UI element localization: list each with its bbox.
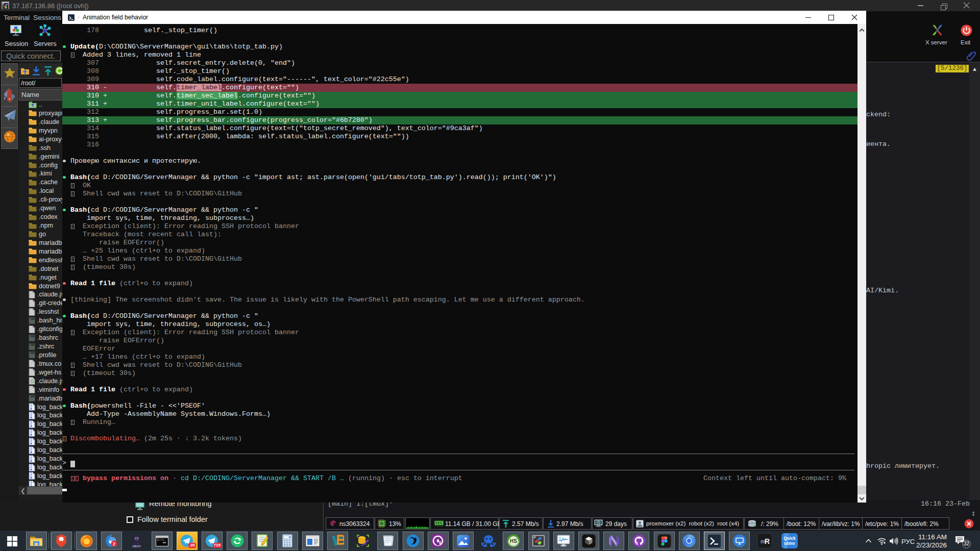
svg-text:R: R	[765, 537, 770, 545]
svg-text:utmo: utmo	[785, 541, 795, 546]
svg-text:Quick: Quick	[783, 536, 796, 541]
svg-text:2: 2	[113, 541, 115, 546]
svg-text:FRUTY: FRUTY	[132, 545, 141, 548]
svg-text:C:\>_: C:\>_	[157, 538, 166, 542]
svg-text:HS: HS	[510, 538, 517, 544]
